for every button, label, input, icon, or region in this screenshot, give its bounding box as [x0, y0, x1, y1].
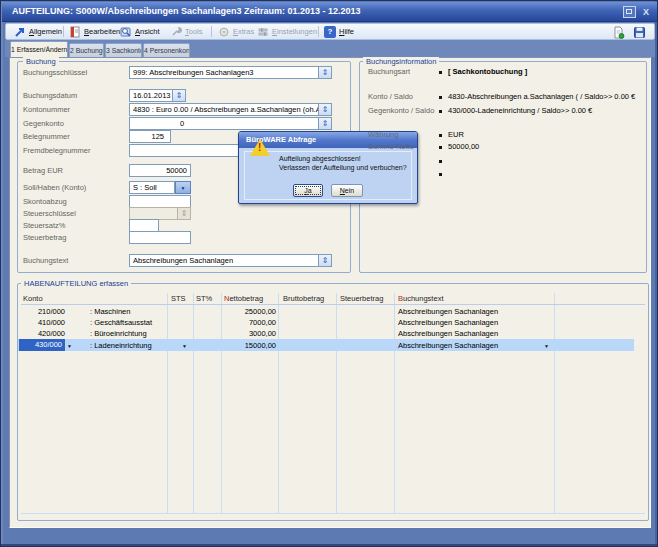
gegenkonto-saldo-value: 430/000-Ladeneinrichtung / Saldo>> 0.00 … [448, 106, 592, 115]
menu-item-bearbeiten[interactable]: Bearbeiten [67, 24, 122, 39]
menu-item-hilfe[interactable]: ? Hilfe [322, 24, 356, 39]
buchungstext-field[interactable]: Abschreibungen Sachanlagen [129, 254, 319, 267]
cell-kontoname: : Büroeinrichtung [90, 329, 147, 338]
kontonummer-dropdown-icon[interactable]: ⇕ [319, 103, 332, 116]
tab-buchungen[interactable]: 2 Buchungen [69, 43, 104, 57]
document-check-icon[interactable] [612, 26, 625, 39]
sts-dropdown-icon[interactable]: ▼ [182, 343, 187, 349]
restore-icon[interactable] [623, 6, 636, 18]
ja-button[interactable]: Ja [293, 184, 323, 197]
column-header-steuerbetrag[interactable]: Steuerbetrag [340, 294, 383, 303]
gegenkonto-field[interactable]: 0 [129, 117, 319, 130]
tab-erfassen-aendern[interactable]: 1 Erfassen/Ändern [10, 41, 68, 57]
waehrung-label: Währung [368, 130, 398, 139]
window-title: AUFTEILUNG: S000W/Abschreibungen Sachanl… [12, 6, 361, 16]
cell-konto-selected: 430/000 [19, 339, 65, 351]
steuerschluessel-label: Steuerschlüssel [23, 209, 76, 218]
skontoabzug-label: Skontoabzug [23, 197, 67, 206]
menu-item-ansicht[interactable]: Ansicht [118, 24, 162, 39]
betrag-field[interactable]: 50000 [129, 164, 191, 177]
steuerbetrag-label: Steuerbetrag [23, 233, 66, 242]
buchungsschluessel-label: Buchungsschlüssel [23, 68, 87, 77]
buchungstext-row-dropdown-icon[interactable]: ▼ [544, 343, 549, 349]
soll-haben-dropdown-icon[interactable]: ▼ [175, 181, 191, 194]
buchungsart-label: Buchungsart [368, 67, 410, 76]
tab-sachkonten[interactable]: 3 Sachkonten [105, 43, 142, 57]
belegnummer-field[interactable]: 125 [129, 130, 171, 143]
menu-item-allgemein[interactable]: Allgemein [12, 24, 64, 39]
column-header-nettobetrag[interactable]: Nettobetrag [224, 294, 263, 303]
steuerschluessel-dropdown-icon: ⇕ [178, 207, 191, 220]
kontonummer-field[interactable]: 4830 : Euro 0.00 / Abschreibungen a.Sach… [129, 103, 319, 116]
cell-buchungstext: Abschreibungen Sachanlagen [398, 318, 498, 327]
grid-line [21, 513, 645, 514]
buchungsschluessel-field[interactable]: 999: Abschreibungen Sachanlagen3 [129, 66, 319, 79]
konto-dropdown-icon[interactable]: ▼ [67, 343, 72, 349]
menu-label: Extras [233, 27, 254, 36]
soll-haben-field[interactable]: S : Soll [129, 181, 175, 194]
nein-button[interactable]: Nein [331, 184, 363, 197]
restore-inner-square [626, 9, 632, 14]
belegnummer-label: Belegnummer [23, 132, 70, 141]
menu-item-tools: Tools [168, 24, 205, 39]
bullet-icon [439, 96, 442, 99]
toolbar-separator [318, 26, 319, 37]
column-header-sts[interactable]: STS [171, 294, 186, 303]
column-header-stprozent[interactable]: ST% [196, 294, 212, 303]
cell-buchungstext: Abschreibungen Sachanlagen [398, 341, 498, 350]
kontonummer-label: Kontonummer [23, 105, 70, 114]
cell-konto: 420/000 [23, 329, 65, 338]
settings-icon [257, 26, 269, 38]
column-header-konto[interactable]: Konto [23, 294, 43, 303]
column-header-buchungstext[interactable]: Buchungstext [398, 294, 443, 303]
close-icon[interactable]: X [640, 6, 652, 18]
toolbar: Allgemein Bearbeiten Ansicht Tools Extra… [5, 23, 655, 40]
buchungsdatum-label: Buchungsdatum [23, 91, 77, 100]
steuersatz-label: Steuersatz% [23, 221, 66, 230]
buchungsschluessel-dropdown-icon[interactable]: ⇕ [319, 66, 332, 79]
fremdbelegnummer-label: Fremdbelegnummer [23, 146, 91, 155]
application-window: AUFTEILUNG: S000W/Abschreibungen Sachanl… [0, 0, 658, 547]
gegenkonto-label: Gegenkonto [23, 119, 64, 128]
tab-strip: 1 Erfassen/Ändern 2 Buchungen 3 Sachkont… [5, 40, 655, 57]
menu-label: Allgemein [29, 27, 62, 36]
wrench-icon [170, 26, 182, 38]
soll-haben-label: Soll/Haben (Konto) [23, 183, 86, 192]
toolbar-separator [211, 26, 212, 37]
group-habenaufteilung-title: HABENAUFTEILUNG erfassen [21, 279, 131, 288]
konto-saldo-value: 4830-Abschreibungen a.Sachanlagen ( / Sa… [448, 92, 635, 101]
group-buchungsinformation-title: Buchungsinformation [363, 57, 439, 66]
steuerbetrag-field[interactable] [129, 231, 191, 244]
arrow-up-right-icon [14, 26, 26, 38]
buchungsdatum-field[interactable]: 16.01.2013 Mi [129, 89, 173, 102]
tab-personenkonten[interactable]: 4 Personenkonten [143, 43, 190, 57]
bullet-icon [439, 160, 442, 163]
menu-label: Bearbeiten [84, 27, 120, 36]
summe-netto-label: Summe Netto [368, 142, 414, 151]
toolbar-separator [63, 26, 64, 37]
header-underline [21, 304, 645, 305]
grid-line [278, 293, 279, 513]
cell-konto: 410/000 [23, 318, 65, 327]
betrag-label: Betrag EUR [23, 166, 63, 175]
menu-label: Tools [185, 27, 203, 36]
grid-line [193, 293, 194, 513]
gegenkonto-dropdown-icon[interactable]: ⇕ [319, 117, 332, 130]
summe-netto-value: 50000,00 [448, 142, 479, 151]
grid-line [221, 293, 222, 513]
titlebar: AUFTEILUNG: S000W/Abschreibungen Sachanl… [2, 2, 658, 22]
buchungstext-label: Buchungstext [23, 256, 68, 265]
buchungsdatum-dropdown-icon[interactable]: ⇕ [173, 89, 186, 102]
dialog-message-line2: Verlassen der Aufteilung und verbuchen? [279, 164, 407, 171]
buchungstext-dropdown-icon[interactable]: ⇕ [319, 254, 332, 267]
menu-label: Einstellungen [272, 27, 317, 36]
cell-buchungstext: Abschreibungen Sachanlagen [398, 307, 498, 316]
dialog-message-line1: Aufteilung abgeschlossen! [279, 155, 361, 162]
save-floppy-icon[interactable] [633, 26, 646, 39]
cell-buchungstext: Abschreibungen Sachanlagen [398, 329, 498, 338]
cell-kontoname: : Ladeneinrichtung [90, 341, 152, 350]
menu-item-extras: Extras [216, 24, 256, 39]
cell-nettobetrag: 25000,00 [223, 307, 276, 316]
column-header-bruttobetrag[interactable]: Bruttobetrag [283, 294, 324, 303]
grid-line [394, 293, 395, 513]
